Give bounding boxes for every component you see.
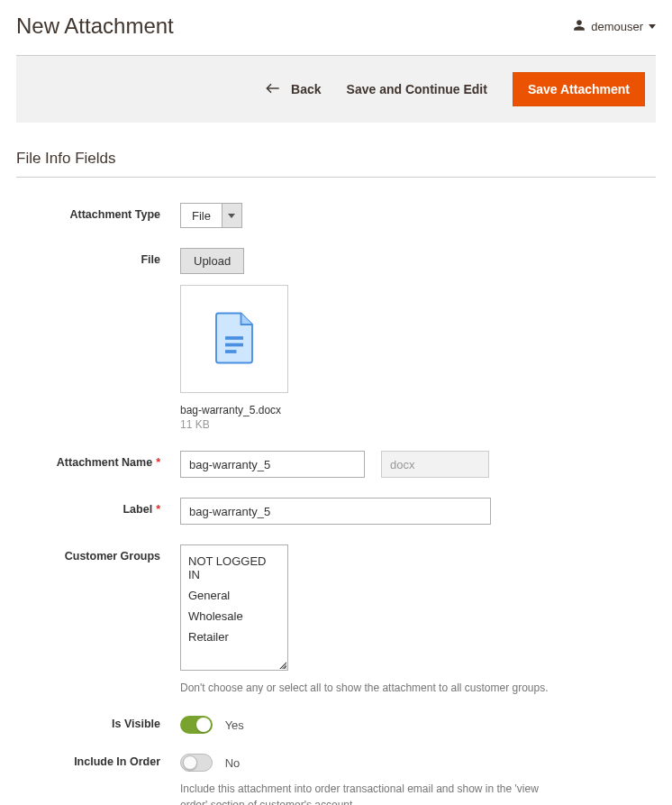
customer-groups-label: Customer Groups [16,544,180,563]
file-label: File [16,248,180,266]
file-name: bag-warranty_5.docx [180,404,656,416]
save-button[interactable]: Save Attachment [513,72,645,106]
save-continue-button[interactable]: Save and Continue Edit [347,82,487,96]
file-preview [180,285,288,393]
list-item[interactable]: NOT LOGGED IN [188,551,280,585]
page-title: New Attachment [16,14,174,39]
back-button[interactable]: Back [266,82,321,96]
document-icon [212,311,257,368]
attachment-type-label: Attachment Type [16,203,180,221]
chevron-down-icon [222,204,241,227]
include-in-order-value: No [225,756,241,770]
include-in-order-hint: Include this attachment into order trans… [180,781,558,805]
attachment-type-select[interactable]: File [180,203,242,228]
is-visible-value: Yes [225,718,244,732]
is-visible-label: Is Visible [16,716,180,730]
label-input[interactable] [180,498,491,525]
resize-handle-icon[interactable] [279,662,286,669]
include-in-order-label: Include In Order [16,754,180,768]
file-size: 11 KB [180,418,656,431]
upload-button[interactable]: Upload [180,248,244,274]
attachment-ext-input [381,451,489,478]
section-title: File Info Fields [16,150,656,178]
customer-groups-select[interactable]: NOT LOGGED IN General Wholesale Retailer [180,544,288,671]
page-header: New Attachment demouser [16,0,656,55]
user-menu[interactable]: demouser [573,19,656,34]
attachment-name-input[interactable] [180,451,365,478]
user-name: demouser [591,20,643,33]
include-in-order-toggle[interactable] [180,754,213,772]
list-item[interactable]: Retailer [188,627,280,647]
label-field-label: Label* [16,498,180,516]
attachment-name-label: Attachment Name* [16,451,180,469]
arrow-left-icon [266,82,280,96]
is-visible-toggle[interactable] [180,716,213,734]
list-item[interactable]: Wholesale [188,606,280,627]
customer-groups-hint: Don't choose any or select all to show t… [180,680,558,696]
user-icon [573,19,586,34]
list-item[interactable]: General [188,585,280,606]
action-toolbar: Back Save and Continue Edit Save Attachm… [16,55,656,123]
chevron-down-icon [649,24,656,29]
